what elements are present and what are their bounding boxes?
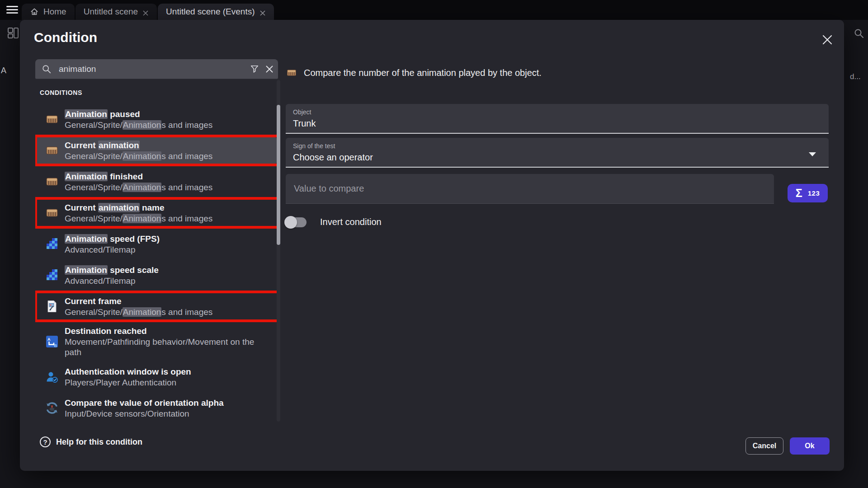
search-icon[interactable] [854, 28, 864, 41]
text-part: Movement/Pathfinding behavior/Movement o… [65, 337, 254, 357]
text-part: s and images [161, 151, 212, 161]
condition-text: Current animationGeneral/Sprite/Animatio… [65, 140, 212, 161]
text-part: Advanced/Tilemap [65, 245, 136, 254]
chevron-down-icon[interactable] [809, 152, 816, 156]
condition-list-item[interactable]: Animation pausedGeneral/Sprite/Animation… [35, 106, 277, 132]
sprite-animation-icon [45, 144, 59, 157]
text-part: Destination reached [65, 326, 147, 336]
condition-text: Animation speed scaleAdvanced/Tilemap [65, 265, 159, 286]
search-match-highlight: Animation [65, 265, 108, 275]
sprite-animation-icon [45, 175, 59, 188]
close-icon[interactable] [259, 9, 266, 15]
expression-editor-button[interactable]: Σ 123 [788, 184, 828, 202]
condition-list-item[interactable]: Current animationGeneral/Sprite/Animatio… [35, 137, 277, 164]
condition-list-item[interactable]: Compare the value of orientation alphaIn… [35, 395, 277, 421]
text-part: s and images [161, 183, 212, 192]
ok-button[interactable]: Ok [790, 437, 830, 455]
filter-icon[interactable] [250, 65, 259, 74]
condition-title: Animation speed scale [65, 265, 159, 276]
condition-text: Destination reachedMovement/Pathfinding … [65, 326, 259, 357]
tab-bar: Home Untitled scene Untitled scene (Even… [22, 4, 274, 20]
toggle-knob[interactable] [284, 216, 297, 229]
condition-list-item[interactable]: Authentication window is openPlayers/Pla… [35, 364, 277, 390]
condition-description-row: Compare the number of the animation play… [286, 67, 542, 78]
tab-label: Untitled scene (Events) [166, 7, 255, 17]
condition-path: Movement/Pathfinding behavior/Movement o… [65, 337, 259, 357]
condition-list-item[interactable]: Animation speed (FPS)Advanced/Tilemap [35, 231, 277, 257]
text-part: Current [65, 203, 98, 212]
clipped-text-left: A [1, 66, 6, 75]
tab-label: Untitled scene [84, 7, 138, 17]
field-value: Trunk [293, 117, 821, 130]
help-icon: ? [40, 436, 51, 447]
text-part: speed scale [108, 265, 159, 275]
condition-description: Compare the number of the animation play… [304, 68, 542, 78]
text-part: Compare the value of orientation alpha [65, 398, 224, 408]
text-part: name [140, 203, 165, 212]
search-match-highlight: Animation [123, 151, 162, 161]
text-part: paused [108, 109, 140, 119]
search-match-highlight: Animation [65, 234, 108, 244]
condition-list-item[interactable]: Animation speed scaleAdvanced/Tilemap [35, 262, 277, 288]
clear-search-icon[interactable] [265, 65, 274, 73]
tilemap-icon [45, 268, 59, 282]
sprite-animation-icon [45, 206, 59, 220]
condition-title: Animation paused [65, 109, 212, 120]
condition-path: Advanced/Tilemap [65, 276, 159, 286]
text-part: Advanced/Tilemap [65, 276, 136, 286]
scrollbar-thumb[interactable] [277, 105, 280, 245]
help-link[interactable]: ? Help for this condition [40, 436, 142, 447]
object-field[interactable]: Object Trunk [286, 104, 829, 134]
operator-select-field[interactable]: Sign of the test Choose an operator [286, 138, 829, 168]
tab-home[interactable]: Home [22, 4, 75, 20]
player-authentication-icon [45, 370, 59, 384]
list-scrollbar[interactable] [277, 80, 280, 422]
close-icon[interactable] [821, 33, 834, 46]
toggle-label: Invert condition [320, 217, 382, 227]
condition-path: Input/Device sensors/Orientation [65, 408, 224, 419]
text-part: Authentication window is open [65, 367, 191, 376]
sprite-animation-icon [286, 67, 297, 78]
layout-grid-icon[interactable] [7, 27, 19, 41]
condition-list-item[interactable]: Animation finishedGeneral/Sprite/Animati… [35, 169, 277, 195]
text-part: General/Sprite/ [65, 214, 123, 223]
condition-path: Players/Player Authentication [65, 377, 191, 388]
condition-path: Advanced/Tilemap [65, 244, 160, 255]
condition-path: General/Sprite/Animations and images [65, 120, 212, 130]
tab-untitled-scene-events[interactable]: Untitled scene (Events) [158, 4, 274, 20]
condition-title: Animation finished [65, 171, 212, 182]
text-part: General/Sprite/ [65, 151, 123, 161]
close-icon[interactable] [142, 9, 149, 15]
search-input[interactable] [58, 64, 250, 75]
condition-title: Current animation [65, 140, 212, 151]
cancel-button[interactable]: Cancel [745, 437, 783, 455]
sprite-animation-icon [45, 113, 59, 126]
sigma-icon: Σ [796, 188, 802, 199]
condition-path: General/Sprite/Animations and images [65, 182, 212, 192]
section-header: CONDITIONS [40, 89, 280, 96]
condition-title: Animation speed (FPS) [65, 234, 160, 244]
condition-path: General/Sprite/Animations and images [65, 213, 212, 224]
text-part: Players/Player Authentication [65, 378, 176, 387]
text-part: s and images [161, 120, 212, 130]
value-to-compare-input[interactable] [293, 183, 767, 194]
search-match-highlight: animation [98, 141, 140, 150]
conditions-list-wrap: CONDITIONS Animation pausedGeneral/Sprit… [35, 80, 280, 422]
conditions-list: Animation pausedGeneral/Sprite/Animation… [35, 106, 280, 421]
search-match-highlight: animation [98, 203, 140, 212]
invert-condition-row[interactable]: Invert condition [286, 217, 382, 227]
condition-text: Current frameGeneral/Sprite/Animations a… [65, 296, 212, 317]
condition-list-item[interactable]: ABDestination reachedMovement/Pathfindin… [35, 324, 277, 359]
search-match-highlight: Animation [123, 214, 162, 223]
text-part: s and images [161, 307, 212, 317]
field-label: Sign of the test [293, 142, 821, 150]
current-frame-icon [45, 300, 59, 313]
value-to-compare-field[interactable] [286, 174, 774, 204]
help-label: Help for this condition [56, 437, 142, 447]
search-match-highlight: Animation [123, 183, 162, 192]
tab-untitled-scene[interactable]: Untitled scene [75, 4, 157, 20]
menu-icon[interactable] [6, 6, 18, 14]
condition-list-item[interactable]: Current animation nameGeneral/Sprite/Ani… [35, 200, 277, 226]
condition-list-item[interactable]: Current frameGeneral/Sprite/Animations a… [35, 293, 277, 319]
invert-condition-toggle[interactable] [286, 217, 307, 227]
